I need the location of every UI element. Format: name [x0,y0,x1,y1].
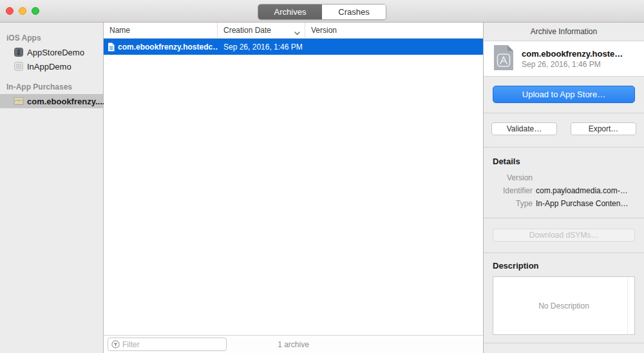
scrollbar-track [627,277,628,334]
table-empty-area [104,55,483,335]
description-section: Description No Description [484,253,644,343]
detail-value: com.payloadmedia.com-… [536,186,628,195]
download-dsyms-button[interactable]: Download dSYMs… [493,229,635,242]
detail-label: Version [493,173,533,182]
table-row[interactable]: com.ebookfrenzy.hostedc… Sep 26, 2016, 1… [104,39,483,55]
document-icon [108,43,115,52]
sidebar-item-label: com.ebookfrenzy.... [27,97,104,106]
archive-name: com.ebookfrenzy.hoste… [522,49,623,59]
sidebar-item-com-ebookfrenzy[interactable]: com.ebookfrenzy.... [0,94,103,108]
validate-button[interactable]: Validate… [491,122,557,135]
sidebar: iOS Apps AppStoreDemo InAppDemo In-App P… [0,23,104,353]
sidebar-item-inappdemo[interactable]: InAppDemo [0,59,103,73]
detail-value: In-App Purchase Conten… [536,199,628,208]
archive-date: Sep 26, 2016, 1:46 PM [522,60,623,69]
description-title: Description [493,261,635,271]
organizer-window: Archives Crashes iOS Apps AppStoreDemo I… [0,0,644,353]
sidebar-item-appstoredemo[interactable]: AppStoreDemo [0,45,103,59]
sidebar-item-label: InAppDemo [27,62,71,72]
zoom-window-icon[interactable] [32,7,39,15]
tab-crashes[interactable]: Crashes [322,5,386,19]
sidebar-section-in-app-purchases: In-App Purchases [0,80,103,94]
column-header-name[interactable]: Name [104,23,218,38]
details-section: Details Version Identifier com.payloadme… [484,148,644,218]
detail-row-version: Version [493,173,635,182]
table-footer: 1 archive [104,335,483,353]
row-name: com.ebookfrenzy.hostedc… [118,43,218,52]
organizer-tabs: Archives Crashes [258,4,386,20]
archive-information-panel: Archive Information com.ebookfrenzy.host… [483,23,644,353]
app-placeholder-icon [14,61,24,72]
filter-field[interactable] [108,338,227,351]
column-header-label: Creation Date [223,26,271,35]
inspector-title: Archive Information [484,23,644,41]
description-empty-text: No Description [538,301,589,310]
upload-section: Upload to App Store… [484,77,644,113]
close-window-icon[interactable] [6,7,14,15]
package-icon [14,96,24,106]
detail-label: Type [493,199,533,208]
column-header-creation-date[interactable]: Creation Date [218,23,305,38]
traffic-lights [6,7,39,15]
table-header: Name Creation Date Version [104,23,483,39]
sidebar-section-ios-apps: iOS Apps [0,31,103,45]
filter-icon [111,340,120,348]
dsyms-section: Download dSYMs… [484,218,644,253]
archive-icon [493,44,515,73]
detail-row-type: Type In-App Purchase Conten… [493,199,635,208]
sidebar-item-label: AppStoreDemo [27,48,84,57]
export-button[interactable]: Export… [571,122,636,135]
row-creation-date: Sep 26, 2016, 1:46 PM [218,43,305,52]
content-area: iOS Apps AppStoreDemo InAppDemo In-App P… [0,23,644,353]
tab-archives[interactable]: Archives [258,5,322,19]
detail-label: Identifier [493,186,533,195]
description-box[interactable]: No Description [493,276,635,335]
detail-row-identifier: Identifier com.payloadmedia.com-… [493,186,635,195]
archives-table: Name Creation Date Version com.ebookfren… [104,23,483,353]
upload-to-app-store-button[interactable]: Upload to App Store… [493,86,635,103]
minimize-window-icon[interactable] [19,7,26,15]
validate-export-section: Validate… Export… [484,113,644,147]
sort-chevron-down-icon [294,28,300,37]
details-title: Details [493,157,635,166]
filter-input[interactable] [122,340,213,349]
inspector-footer [484,343,644,353]
column-header-version[interactable]: Version [305,23,483,38]
archive-summary-card: com.ebookfrenzy.hoste… Sep 26, 2016, 1:4… [484,41,644,77]
app-icon [14,47,24,57]
titlebar: Archives Crashes [0,0,644,23]
